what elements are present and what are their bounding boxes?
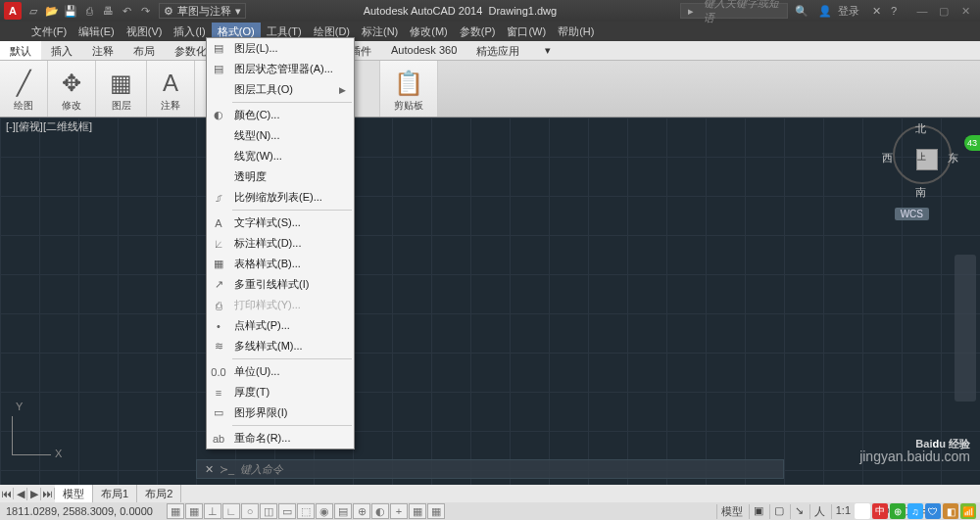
layout-prev[interactable]: ◀ — [14, 488, 27, 500]
status-toggle-14[interactable]: ▦ — [427, 503, 445, 519]
menu-item-1[interactable]: ▤图层状态管理器(A)... — [207, 59, 354, 79]
status-right-3[interactable]: ↘ — [790, 504, 808, 519]
ribbon-tab-9[interactable]: Autodesk 360 — [381, 41, 466, 60]
status-toggle-5[interactable]: ◫ — [260, 503, 277, 519]
save-icon[interactable]: 💾 — [63, 3, 78, 19]
layout-tab-布局1[interactable]: 布局1 — [93, 485, 137, 503]
search-icon[interactable]: 🔍 — [792, 5, 811, 18]
menu-7[interactable]: 标注(N) — [356, 23, 404, 41]
status-toggle-6[interactable]: ▭ — [278, 503, 296, 519]
ribbon-tab-10[interactable]: 精选应用 — [466, 41, 529, 60]
menu-item-15[interactable]: •点样式(P)... — [207, 315, 354, 336]
close-cmd-icon[interactable]: ✕ — [205, 463, 214, 476]
menu-11[interactable]: 帮助(H) — [552, 23, 600, 41]
exchange-icon[interactable]: ✕ — [869, 5, 884, 18]
drawing-canvas[interactable]: [-][俯视][二维线框] 上 北 南 西 东 WCS 43 X Y ✕ ≻_ … — [0, 118, 980, 485]
status-toggle-13[interactable]: ▦ — [409, 503, 426, 519]
menu-item-4[interactable]: ◐颜色(C)... — [207, 105, 354, 125]
tray-icon-6[interactable]: 📶 — [960, 503, 976, 519]
open-icon[interactable]: 📂 — [44, 3, 60, 19]
layout-tab-模型[interactable]: 模型 — [55, 485, 93, 503]
menu-item-19[interactable]: ≡厚度(T) — [207, 382, 354, 402]
new-icon[interactable]: ▱ — [25, 3, 41, 19]
menu-item-6[interactable]: 线宽(W)... — [207, 146, 354, 166]
menu-0[interactable]: 文件(F) — [25, 23, 73, 41]
menu-item-0[interactable]: ▤图层(L)... — [207, 38, 354, 59]
status-toggle-0[interactable]: ▦ — [167, 503, 184, 519]
login-button[interactable]: 👤 登录 — [815, 4, 865, 19]
maximize-button[interactable]: ▢ — [933, 5, 955, 18]
menu-item-2[interactable]: 图层工具(O)▶ — [207, 79, 354, 100]
layout-last[interactable]: ⏭ — [41, 488, 55, 499]
print-icon[interactable]: 🖶 — [100, 3, 116, 19]
menu-9[interactable]: 参数(P) — [454, 23, 502, 41]
tray-icon-2[interactable]: ⊕ — [890, 503, 906, 519]
wcs-badge[interactable]: WCS — [895, 208, 929, 220]
menu-item-11[interactable]: ⟀标注样式(D)... — [207, 233, 354, 254]
ribbon-tab-1[interactable]: 插入 — [41, 41, 82, 60]
status-toggle-3[interactable]: ∟ — [222, 503, 240, 519]
status-right-5[interactable]: 1:1 — [831, 504, 855, 519]
menu-item-22[interactable]: ab重命名(R)... — [207, 428, 354, 449]
ribbon-tab-3[interactable]: 布局 — [123, 41, 165, 60]
search-box[interactable]: ▸ 键入关键字或短语 — [680, 3, 788, 19]
tray-icon-5[interactable]: ◧ — [943, 503, 958, 519]
status-toggle-11[interactable]: ◐ — [371, 503, 389, 519]
command-line[interactable]: ✕ ≻_ 键入命令 — [196, 459, 784, 479]
viewport-label[interactable]: [-][俯视][二维线框] — [6, 119, 92, 134]
menu-item-13[interactable]: ↗多重引线样式(I) — [207, 274, 354, 295]
view-cube[interactable]: 上 北 南 西 东 WCS — [888, 125, 956, 194]
status-toggle-9[interactable]: ▤ — [334, 503, 352, 519]
redo-icon[interactable]: ↷ — [137, 3, 153, 19]
status-right-2[interactable]: ▢ — [769, 504, 788, 519]
cube-top[interactable]: 上 — [916, 149, 938, 170]
close-button[interactable]: ✕ — [955, 5, 976, 18]
status-toggle-8[interactable]: ◉ — [316, 503, 333, 519]
tray-icon-0[interactable]: ⌃ — [855, 503, 870, 519]
layout-next[interactable]: ▶ — [27, 488, 41, 500]
status-toggle-2[interactable]: ⊥ — [204, 503, 221, 519]
menu-item-7[interactable]: 透明度 — [207, 166, 354, 187]
menu-item-5[interactable]: 线型(N)... — [207, 125, 354, 146]
layout-first[interactable]: ⏮ — [0, 488, 14, 499]
ribbon-collapse[interactable]: ▾ — [535, 41, 561, 60]
menu-item-12[interactable]: ▦表格样式(B)... — [207, 254, 354, 274]
menu-item-10[interactable]: A文字样式(S)... — [207, 213, 354, 233]
status-toggle-7[interactable]: ⬚ — [297, 503, 315, 519]
menu-1[interactable]: 编辑(E) — [73, 23, 121, 41]
status-right-4[interactable]: 人 — [809, 504, 829, 519]
status-toggle-10[interactable]: ⊕ — [353, 503, 370, 519]
tray-icon-3[interactable]: ♫ — [907, 503, 923, 519]
panel-icon[interactable]: ▦ — [110, 68, 132, 99]
menu-item-label: 重命名(R)... — [234, 431, 290, 446]
ribbon-tab-0[interactable]: 默认 — [0, 41, 41, 60]
menu-item-16[interactable]: ≋多线样式(M)... — [207, 336, 354, 356]
menu-2[interactable]: 视图(V) — [121, 23, 169, 41]
menu-8[interactable]: 修改(M) — [404, 23, 454, 41]
status-right-1[interactable]: ▣ — [749, 504, 767, 519]
ribbon-tab-2[interactable]: 注释 — [82, 41, 123, 60]
minimize-button[interactable]: — — [911, 5, 933, 18]
workspace-dropdown[interactable]: ⚙ 草图与注释 ▾ — [159, 3, 246, 19]
panel-icon[interactable]: ✥ — [62, 68, 81, 99]
status-toggle-12[interactable]: + — [390, 503, 408, 519]
saveas-icon[interactable]: ⎙ — [81, 3, 97, 19]
panel-icon[interactable]: 📋 — [394, 68, 423, 99]
app-logo[interactable]: A — [4, 2, 22, 20]
status-toggle-1[interactable]: ▦ — [185, 503, 203, 519]
undo-icon[interactable]: ↶ — [119, 3, 134, 19]
panel-icon[interactable]: ╱ — [17, 68, 30, 99]
notification-badge[interactable]: 43 — [964, 135, 980, 151]
panel-icon[interactable]: A — [163, 68, 178, 99]
help-icon[interactable]: ? — [888, 5, 900, 17]
menu-item-8[interactable]: ⎎比例缩放列表(E)... — [207, 187, 354, 208]
layout-tab-布局2[interactable]: 布局2 — [137, 485, 181, 503]
menu-item-18[interactable]: 0.0单位(U)... — [207, 361, 354, 382]
menu-10[interactable]: 窗口(W) — [501, 23, 552, 41]
menu-item-20[interactable]: ▭图形界限(I) — [207, 402, 354, 423]
status-right-0[interactable]: 模型 — [716, 504, 747, 519]
tray-icon-4[interactable]: 🛡 — [925, 503, 941, 519]
navigation-bar[interactable] — [955, 255, 976, 402]
tray-icon-1[interactable]: 中 — [872, 503, 888, 519]
status-toggle-4[interactable]: ○ — [241, 503, 259, 519]
